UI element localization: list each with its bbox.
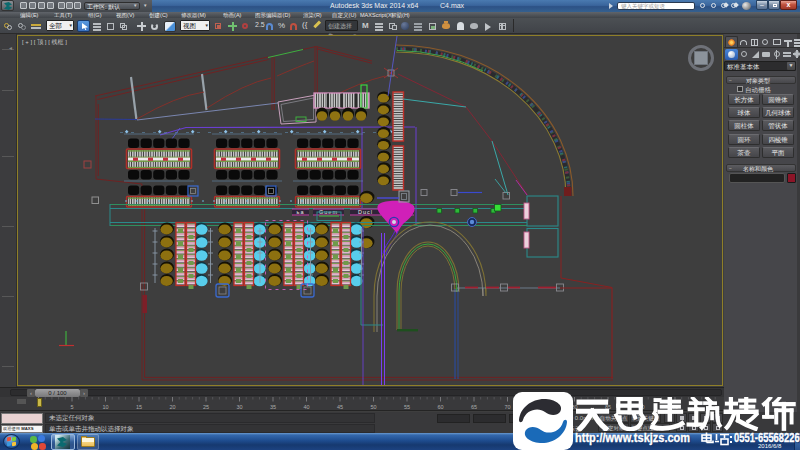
svg-text:60: 60 (437, 404, 443, 410)
svg-text:5: 5 (70, 404, 73, 410)
svg-text:70: 70 (504, 404, 510, 410)
svg-text:15: 15 (136, 404, 142, 410)
svg-text:45: 45 (337, 404, 343, 410)
svg-text:40: 40 (303, 404, 309, 410)
svg-text:65: 65 (471, 404, 477, 410)
svg-text:ьa: ьa (297, 209, 305, 215)
svg-text:10: 10 (102, 404, 108, 410)
svg-text:55: 55 (404, 404, 410, 410)
svg-text:20: 20 (169, 404, 175, 410)
svg-text:30: 30 (236, 404, 242, 410)
svg-text:Ducl: Ducl (358, 209, 373, 215)
svg-text:50: 50 (370, 404, 376, 410)
svg-text:35: 35 (270, 404, 276, 410)
svg-text:25: 25 (203, 404, 209, 410)
